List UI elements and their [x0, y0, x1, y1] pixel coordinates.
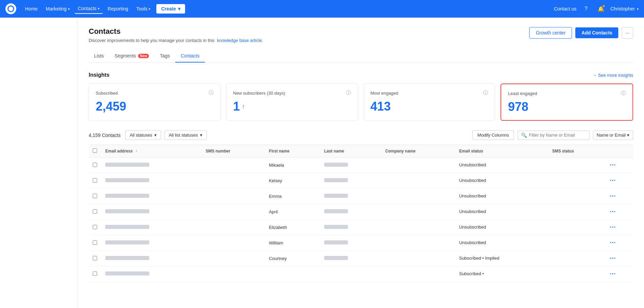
row-checkbox[interactable] [93, 240, 97, 245]
notifications-button[interactable]: 🔔 [596, 3, 606, 14]
row-first-name: Courtney [265, 251, 320, 266]
row-more-actions[interactable]: ··· [610, 193, 616, 199]
row-actions-cell[interactable]: ··· [606, 158, 633, 173]
row-checkbox-cell[interactable] [89, 158, 101, 173]
name-or-email-dropdown[interactable]: Name or Email ▾ [593, 130, 633, 140]
all-statuses-dropdown[interactable]: All statuses ▾ [125, 130, 161, 140]
row-last-name [320, 173, 381, 189]
row-checkbox[interactable] [93, 256, 97, 260]
logo[interactable] [5, 3, 16, 14]
nav-reporting[interactable]: Reporting [104, 4, 132, 14]
select-all-checkbox[interactable] [93, 148, 97, 153]
row-checkbox-cell[interactable] [89, 266, 101, 282]
row-checkbox[interactable] [93, 225, 97, 229]
contact-us-link[interactable]: Contact us [554, 6, 577, 11]
nav-contacts[interactable]: Contacts ▾ [74, 4, 103, 14]
last-name-blurred [324, 256, 348, 260]
insight-card-subscribed: Subscribed ⓘ 2,459 [89, 84, 221, 121]
user-chevron-icon: ▾ [637, 7, 639, 11]
subscribed-info-icon[interactable]: ⓘ [209, 90, 214, 96]
row-more-actions[interactable]: ··· [610, 177, 616, 184]
name-email-chevron-icon: ▾ [627, 133, 629, 138]
email-blurred [105, 194, 149, 198]
nav-marketing[interactable]: Marketing ▾ [42, 4, 73, 14]
question-mark-icon: ? [584, 6, 587, 12]
row-first-name [265, 266, 320, 282]
row-checkbox[interactable] [93, 163, 97, 167]
row-email [101, 204, 201, 220]
row-email-status: Subscribed • [455, 266, 548, 282]
tab-tags[interactable]: Tags [154, 50, 175, 63]
row-actions-cell[interactable]: ··· [606, 266, 633, 282]
row-sms [201, 158, 265, 173]
row-sms-status [548, 158, 606, 173]
row-checkbox[interactable] [93, 271, 97, 276]
more-options-button[interactable]: ··· [622, 27, 633, 39]
tab-lists[interactable]: Lists [89, 50, 109, 63]
row-checkbox[interactable] [93, 209, 97, 214]
nav-right-section: Contact us ? 🔔 Christopher ▾ [554, 3, 639, 14]
email-blurred [105, 209, 149, 213]
search-input[interactable] [529, 133, 586, 138]
row-email [101, 173, 201, 189]
row-sms [201, 173, 265, 189]
row-checkbox-cell[interactable] [89, 173, 101, 189]
row-checkbox[interactable] [93, 178, 97, 183]
growth-center-button[interactable]: Growth center [529, 27, 572, 39]
row-sms [201, 220, 265, 235]
new-subscribers-info-icon[interactable]: ⓘ [346, 90, 351, 96]
contacts-count: 4,159 Contacts [89, 133, 120, 138]
email-sort-icon: ↑ [135, 149, 137, 153]
row-first-name: Kelsey [265, 173, 320, 189]
row-checkbox[interactable] [93, 194, 97, 198]
row-first-name: Elizabeth [265, 220, 320, 235]
row-checkbox-cell[interactable] [89, 251, 101, 266]
email-blurred [105, 240, 149, 244]
table-header-row: Email address ↑ SMS number First name La… [89, 145, 633, 158]
see-more-insights-link[interactable]: → See more insights [592, 73, 633, 78]
row-checkbox-cell[interactable] [89, 204, 101, 220]
most-engaged-info-icon[interactable]: ⓘ [483, 90, 488, 96]
row-checkbox-cell[interactable] [89, 235, 101, 251]
least-engaged-label: Least engaged [508, 91, 537, 96]
row-actions-cell[interactable]: ··· [606, 189, 633, 204]
row-actions-cell[interactable]: ··· [606, 173, 633, 189]
tab-contacts[interactable]: Contacts [175, 50, 205, 63]
add-contacts-button[interactable]: Add Contacts [575, 27, 618, 38]
row-more-actions[interactable]: ··· [610, 162, 616, 168]
top-navigation: Home Marketing ▾ Contacts ▾ Reporting To… [0, 0, 644, 18]
all-list-statuses-dropdown[interactable]: All list statuses ▾ [164, 130, 207, 140]
tabs: Lists Segments New Tags Contacts [89, 50, 633, 63]
th-select-all[interactable] [89, 145, 101, 158]
th-email[interactable]: Email address ↑ [101, 145, 201, 158]
row-checkbox-cell[interactable] [89, 220, 101, 235]
row-actions-cell[interactable]: ··· [606, 204, 633, 220]
last-name-blurred [324, 209, 348, 213]
row-actions-cell[interactable]: ··· [606, 235, 633, 251]
help-button[interactable]: ? [581, 3, 592, 14]
row-sms [201, 266, 265, 282]
row-more-actions[interactable]: ··· [610, 208, 616, 215]
tab-segments[interactable]: Segments New [109, 50, 155, 63]
most-engaged-value: 413 [371, 99, 488, 114]
row-company [381, 266, 455, 282]
knowledge-base-link[interactable]: knowledge base article. [217, 38, 263, 43]
modify-columns-button[interactable]: Modify Columns [472, 130, 514, 140]
create-button[interactable]: Create ▾ [156, 4, 185, 14]
user-menu[interactable]: Christopher ▾ [610, 6, 639, 11]
row-email [101, 220, 201, 235]
row-sms-status [548, 220, 606, 235]
row-actions-cell[interactable]: ··· [606, 220, 633, 235]
row-checkbox-cell[interactable] [89, 189, 101, 204]
subscribed-value: 2,459 [96, 99, 214, 114]
row-last-name [320, 266, 381, 282]
row-actions-cell[interactable]: ··· [606, 251, 633, 266]
row-more-actions[interactable]: ··· [610, 224, 616, 231]
least-engaged-info-icon[interactable]: ⓘ [621, 90, 626, 96]
row-company [381, 251, 455, 266]
row-more-actions[interactable]: ··· [610, 239, 616, 246]
row-more-actions[interactable]: ··· [610, 255, 616, 262]
nav-home[interactable]: Home [22, 4, 41, 14]
nav-tools[interactable]: Tools ▾ [133, 4, 154, 14]
row-more-actions[interactable]: ··· [610, 270, 616, 277]
